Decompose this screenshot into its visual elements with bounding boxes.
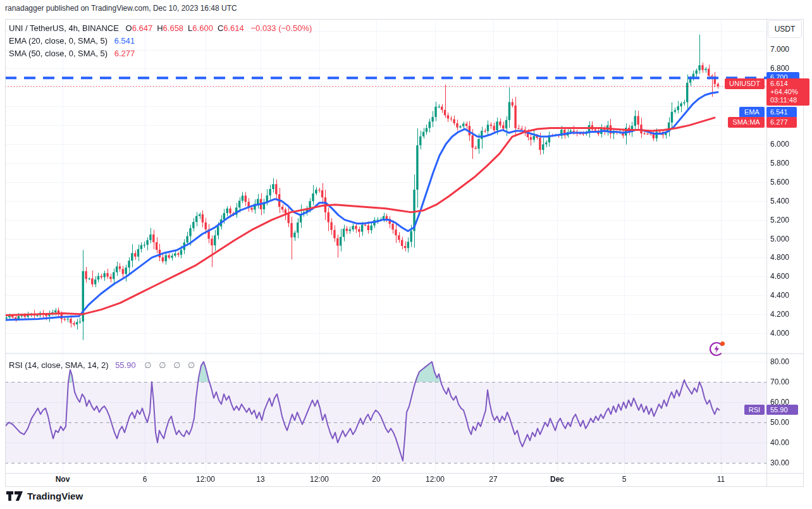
price-tick-label: 6.800: [770, 64, 789, 73]
time-axis-border: [5, 473, 803, 474]
sma-legend-row[interactable]: SMA (50, close, 0, SMA, 5) 6.277: [9, 49, 135, 58]
time-tick-label: Dec: [538, 475, 576, 484]
price-tick-label: 6.000: [770, 140, 789, 149]
rsi-hidden-values: ∅ ∅ ∅ ∅: [144, 360, 197, 370]
time-tick-label: 12:00: [416, 475, 454, 484]
price-tick-label: 5.600: [770, 178, 789, 187]
sma-legend-label: SMA (50, close, 0, SMA, 5): [9, 49, 108, 58]
sma-label-badge[interactable]: SMA:MA: [728, 117, 765, 128]
rsi-label-badge[interactable]: RSI: [744, 405, 765, 415]
rsi-legend-value: 55.90: [115, 360, 136, 370]
last-price-change: +64.40%: [770, 88, 809, 96]
rsi-legend-label: RSI (14, close, SMA, 14, 2): [9, 360, 109, 370]
widget-left-border: [5, 19, 6, 487]
last-price-value: 6.614: [770, 80, 809, 88]
sma-value-badge[interactable]: 6.277: [766, 117, 797, 128]
time-tick-label: 12:00: [187, 475, 225, 484]
time-tick-label: 27: [474, 475, 512, 484]
ema-legend-label: EMA (20, close, 0, SMA, 5): [9, 36, 108, 46]
last-price-badge[interactable]: 6.614 +64.40% 03:11:48: [766, 78, 809, 106]
bar-countdown: 03:11:48: [770, 96, 809, 104]
currency-button[interactable]: USDT: [768, 20, 802, 38]
ema-label-badge[interactable]: EMA: [739, 107, 765, 118]
close-letter: C: [218, 23, 223, 33]
symbol-title: UNI / TetherUS, 4h, BINANCE: [9, 23, 119, 33]
sma-legend-value: 6.277: [114, 49, 135, 58]
widget-bottom-border: [5, 486, 803, 487]
rsi-tick-label: 50.00: [770, 418, 789, 427]
widget-top-border: [5, 19, 803, 20]
price-tick-label: 4.200: [770, 310, 789, 319]
rsi-value-badge[interactable]: 55.90: [766, 405, 798, 415]
ema-legend-value: 6.541: [114, 36, 135, 46]
rsi-legend-row[interactable]: RSI (14, close, SMA, 14, 2) 55.90 ∅ ∅ ∅ …: [9, 360, 197, 370]
change-value: −0.033 (−0.50%): [250, 23, 312, 33]
tradingview-logo-icon: [6, 491, 23, 501]
rsi-tick-label: 30.00: [770, 458, 789, 467]
rsi-tick-label: 80.00: [770, 357, 789, 366]
price-tick-label: 5.200: [770, 216, 789, 224]
price-tick-label: 5.800: [770, 159, 789, 168]
boost-button[interactable]: [708, 339, 727, 358]
rsi-tick-label: 40.00: [770, 438, 789, 447]
symbol-label-badge[interactable]: UNIUSDT: [725, 78, 765, 89]
attribution-text: ranadagger published on TradingView.com,…: [5, 4, 237, 13]
time-tick-label: Nov: [44, 475, 82, 484]
ema-legend-row[interactable]: EMA (20, close, 0, SMA, 5) 6.541: [9, 36, 135, 46]
high-letter: H: [157, 23, 163, 33]
time-tick-label: 5: [605, 475, 643, 484]
open-letter: O: [126, 23, 132, 33]
tradingview-published-chart: ranadagger published on TradingView.com,…: [0, 0, 812, 509]
price-tick-label: 7.000: [770, 45, 789, 54]
high-value: 6.658: [163, 23, 184, 33]
close-value: 6.614: [223, 23, 244, 33]
time-tick-label: 20: [357, 475, 395, 484]
price-tick-label: 4.600: [770, 272, 789, 281]
price-tick-label: 4.400: [770, 291, 789, 300]
pane-separator: [5, 353, 803, 354]
low-value: 6.600: [192, 23, 213, 33]
price-tick-label: 5.000: [770, 235, 789, 243]
rsi-tick-label: 70.00: [770, 377, 789, 386]
lightning-icon: [708, 339, 727, 358]
price-tick-label: 5.400: [770, 197, 789, 205]
time-tick-label: 6: [126, 475, 164, 484]
tradingview-logo[interactable]: TradingView: [6, 491, 83, 501]
price-tick-label: 4.800: [770, 253, 789, 262]
price-tick-label: 4.000: [770, 329, 789, 338]
tradingview-logo-text: TradingView: [27, 491, 83, 501]
price-chart-canvas[interactable]: [5, 19, 766, 473]
open-value: 6.647: [132, 23, 153, 33]
time-tick-label: 12:00: [300, 475, 338, 484]
symbol-legend-row[interactable]: UNI / TetherUS, 4h, BINANCE O6.647H6.658…: [9, 23, 312, 33]
time-tick-label: 13: [242, 475, 280, 484]
time-tick-label: 11: [702, 475, 740, 484]
ema-value-badge[interactable]: 6.541: [766, 107, 797, 118]
